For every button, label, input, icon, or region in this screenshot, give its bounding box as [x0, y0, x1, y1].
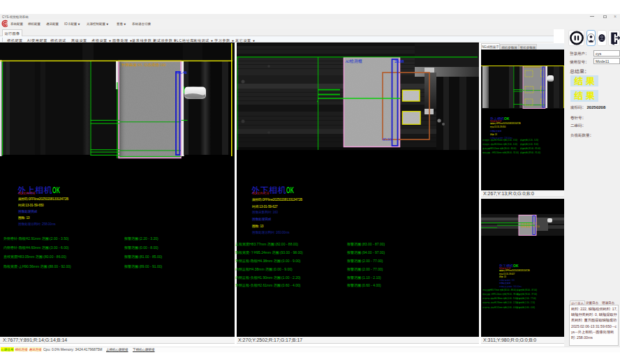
- svg-text:AI检测框: AI检测框: [346, 58, 362, 64]
- svg-text:针脚高度:93, 动态阈值:100: 针脚高度:93, 动态阈值:100: [121, 62, 166, 68]
- svg-text:83.46: 83.46: [177, 68, 187, 75]
- svg-text:28.88: 28.88: [394, 58, 404, 64]
- svg-text:85.93: 85.93: [383, 137, 392, 142]
